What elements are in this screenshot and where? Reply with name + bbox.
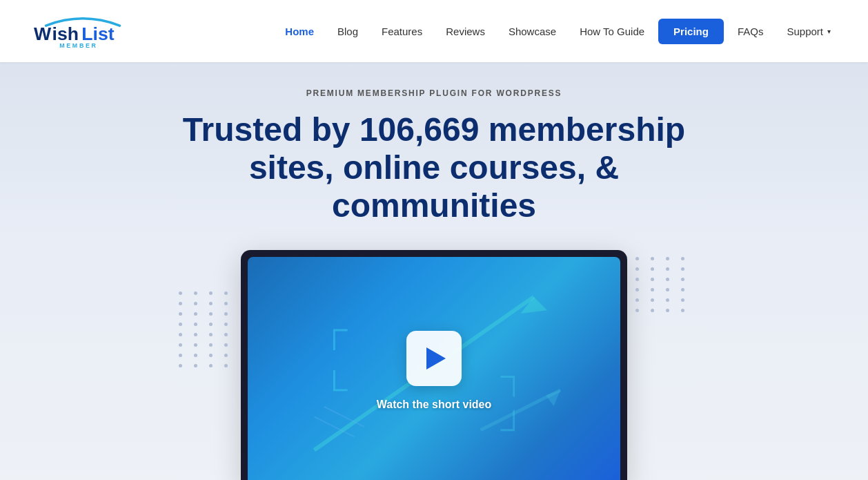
site-header: W ish List MEMBER Home Blog Features Rev…	[0, 0, 868, 62]
hero-eyebrow: PREMIUM MEMBERSHIP PLUGIN FOR WORDPRESS	[306, 88, 562, 98]
hero-section: PREMIUM MEMBERSHIP PLUGIN FOR WORDPRESS …	[0, 62, 868, 480]
dot-grid-right	[635, 257, 689, 312]
nav-support[interactable]: Support ▾	[777, 20, 840, 43]
logo-svg: W ish List MEMBER	[28, 12, 138, 50]
video-play-area[interactable]: Watch the short video	[377, 331, 492, 411]
nav-faqs[interactable]: FAQs	[728, 20, 773, 43]
hero-title: Trusted by 106,669 membership sites, onl…	[165, 111, 703, 225]
nav-how-to-guide[interactable]: How To Guide	[570, 20, 654, 43]
chevron-down-icon: ▾	[827, 28, 831, 35]
svg-text:ish: ish	[52, 23, 79, 44]
play-button[interactable]	[406, 331, 462, 386]
nav-showcase[interactable]: Showcase	[499, 20, 566, 43]
svg-text:MEMBER: MEMBER	[59, 42, 97, 49]
laptop-screen-container: Watch the short video	[241, 250, 627, 480]
nav-reviews[interactable]: Reviews	[436, 20, 495, 43]
watch-video-label: Watch the short video	[377, 399, 492, 411]
laptop-wrapper: Watch the short video	[220, 250, 648, 480]
nav-home[interactable]: Home	[275, 20, 324, 43]
nav-features[interactable]: Features	[372, 20, 432, 43]
play-triangle-icon	[426, 347, 446, 369]
main-nav: Home Blog Features Reviews Showcase How …	[275, 19, 840, 44]
laptop-screen: Watch the short video	[248, 257, 620, 480]
nav-blog[interactable]: Blog	[328, 20, 368, 43]
nav-support-label: Support	[787, 26, 823, 37]
dot-grid-left	[179, 291, 233, 367]
logo[interactable]: W ish List MEMBER	[28, 12, 138, 50]
nav-pricing[interactable]: Pricing	[658, 19, 724, 44]
svg-text:W: W	[34, 23, 52, 44]
svg-line-9	[324, 407, 364, 427]
svg-text:List: List	[81, 23, 115, 44]
